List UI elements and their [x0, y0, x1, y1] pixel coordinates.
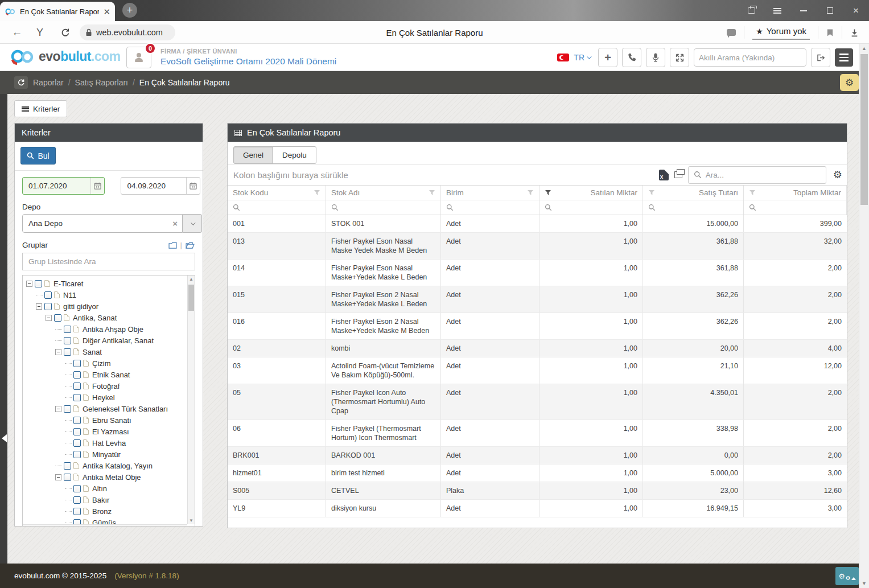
column-header[interactable]: Satış Tutarı — [643, 186, 744, 200]
tree-item[interactable]: Etnik Sanat — [23, 369, 187, 380]
tree-collapse-toggle[interactable] — [55, 349, 61, 355]
expand-all-folder-icon[interactable] — [186, 242, 195, 249]
tree-item[interactable]: Gümüş — [23, 517, 187, 524]
tree-checkbox[interactable] — [64, 405, 71, 413]
rating-control[interactable]: ★ Yorum yok — [752, 25, 810, 40]
page-scrollbar[interactable]: ▲ ▼ — [859, 44, 869, 588]
tree-checkbox[interactable] — [73, 439, 81, 447]
tree-item-label[interactable]: Antika Metal Obje — [83, 473, 141, 482]
tree-item-label[interactable]: Diğer Antikalar, Sanat — [83, 336, 154, 345]
group-drop-zone[interactable]: Kolon başlığını buraya sürükle — [232, 170, 659, 180]
window-close-button[interactable]: × — [843, 0, 869, 21]
tree-item[interactable]: Minyatür — [23, 449, 187, 460]
bookmark-icon[interactable] — [826, 28, 834, 37]
grid-settings-button[interactable]: ⚙ — [833, 168, 842, 181]
tree-checkbox[interactable] — [35, 280, 42, 287]
date-to-input[interactable] — [121, 182, 186, 190]
comments-icon[interactable] — [727, 29, 736, 36]
column-filter-cell[interactable] — [539, 200, 643, 215]
browser-tab[interactable]: En Çok Satılanlar Raporu ✕ — [0, 2, 115, 21]
download-icon[interactable] — [850, 28, 859, 37]
table-row[interactable]: 001 STOK 001 Adet 1,00 15.000,00 399,00 — [228, 215, 847, 233]
breadcrumb-item[interactable]: Raporlar — [33, 78, 64, 87]
tree-item-label[interactable]: E-Ticaret — [53, 279, 83, 288]
criteria-toggle-button[interactable]: Kriterler — [14, 100, 67, 117]
scroll-right-icon[interactable]: ► — [181, 526, 186, 527]
grid-search-input[interactable] — [706, 171, 821, 179]
app-menu-button[interactable] — [835, 48, 853, 67]
column-filter-cell[interactable] — [643, 200, 744, 215]
tree-item[interactable]: Heykel — [23, 392, 187, 403]
tab-overview-button[interactable] — [738, 0, 764, 21]
scrollbar-thumb[interactable] — [860, 54, 868, 205]
tree-checkbox[interactable] — [44, 303, 52, 310]
column-header[interactable]: Satılan Miktar — [539, 186, 643, 200]
tree-item[interactable]: Ebru Sanatı — [23, 414, 187, 426]
tree-collapse-toggle[interactable] — [55, 474, 61, 480]
calendar-icon[interactable] — [90, 178, 104, 194]
scroll-up-icon[interactable]: ▲ — [189, 277, 193, 282]
group-search-input[interactable] — [23, 257, 195, 266]
browser-menu-button[interactable] — [764, 0, 790, 21]
filter-icon[interactable] — [749, 190, 756, 196]
column-header[interactable]: Stok Kodu — [228, 186, 326, 200]
table-row[interactable]: 015 Fisher Paykel Eson 2 Nasal Maske+Yed… — [228, 286, 847, 313]
tree-item-label[interactable]: Heykel — [92, 393, 115, 402]
fullscreen-button[interactable] — [670, 48, 689, 67]
table-row[interactable]: 05 Fisher Paykel Icon Auto (Thermosmart … — [228, 384, 847, 420]
tree-checkbox[interactable] — [73, 508, 81, 515]
depot-dropdown-button[interactable] — [183, 214, 202, 233]
tree-item-label[interactable]: Minyatür — [92, 450, 121, 459]
tree-item[interactable]: Hat Levha — [23, 437, 187, 449]
find-button[interactable]: Bul — [20, 147, 56, 165]
column-filter-cell[interactable] — [326, 200, 441, 215]
collapse-all-folder-icon[interactable] — [168, 242, 177, 249]
tree-checkbox[interactable] — [73, 383, 81, 390]
add-button[interactable]: + — [598, 48, 617, 67]
tree-checkbox[interactable] — [73, 428, 81, 435]
clear-icon[interactable]: × — [172, 219, 178, 228]
tree-item-label[interactable]: Bronz — [92, 507, 112, 516]
evobulut-logo[interactable]: evobulut.com — [8, 47, 121, 65]
filter-icon[interactable] — [648, 190, 655, 196]
tree-item[interactable]: Bronz — [23, 505, 187, 517]
column-filter-cell[interactable] — [441, 200, 539, 215]
tree-checkbox[interactable] — [44, 291, 52, 299]
refresh-button[interactable] — [14, 76, 28, 89]
phone-button[interactable] — [622, 48, 641, 67]
back-button[interactable]: ← — [7, 21, 27, 44]
tree-collapse-toggle[interactable] — [26, 281, 32, 287]
breadcrumb-item[interactable]: Satış Raporları — [75, 78, 128, 87]
tree-item-label[interactable]: N11 — [63, 291, 76, 299]
tree-item-label[interactable]: gitti gidiyor — [63, 302, 98, 311]
table-row[interactable]: S005 CETVEL Plaka 1,00 23,00 12,60 — [228, 482, 847, 500]
report-view-tab[interactable]: Genel — [233, 146, 273, 164]
calendar-icon[interactable] — [186, 178, 200, 194]
tree-item[interactable]: Fotoğraf — [23, 380, 187, 392]
table-row[interactable]: 013 Fisher Paykel Eson Nasal Maske Yedek… — [228, 233, 847, 260]
logout-button[interactable] — [811, 48, 830, 67]
scroll-down-icon[interactable]: ▼ — [859, 581, 869, 586]
tree-item[interactable]: El Yazması — [23, 426, 187, 437]
column-header[interactable]: Toplam Miktar — [744, 186, 847, 200]
language-selector[interactable]: TR — [574, 53, 590, 62]
tree-checkbox[interactable] — [73, 485, 81, 492]
page-settings-button[interactable]: ⚙ — [840, 74, 859, 91]
tree-item-label[interactable]: Çizim — [92, 359, 111, 368]
export-excel-button[interactable]: x — [659, 170, 669, 180]
column-chooser-button[interactable] — [674, 171, 682, 178]
table-row[interactable]: 06 Fisher Paykel (Thermosmart Hortum) Ic… — [228, 420, 847, 447]
company-name[interactable]: EvoSoft Geliştirme Ortamı 2020 Mali Döne… — [160, 56, 336, 67]
scroll-left-icon[interactable]: ◄ — [24, 526, 29, 527]
filter-icon[interactable] — [429, 190, 435, 196]
tree-checkbox[interactable] — [73, 394, 81, 401]
tree-item-label[interactable]: Antika Ahşap Obje — [83, 325, 143, 334]
tree-item-label[interactable]: Ebru Sanatı — [92, 416, 131, 425]
table-row[interactable]: 03 Actolind Foam-(vücut Temizleme Ve Bak… — [228, 357, 847, 384]
report-view-tab[interactable]: Depolu — [273, 146, 316, 164]
tree-checkbox[interactable] — [73, 451, 81, 458]
tree-item[interactable]: Altın — [23, 483, 187, 494]
depot-input[interactable] — [28, 219, 172, 228]
table-row[interactable]: 02 kombi Adet 1,00 20,00 4,00 — [228, 340, 847, 357]
column-filter-cell[interactable] — [744, 200, 847, 215]
